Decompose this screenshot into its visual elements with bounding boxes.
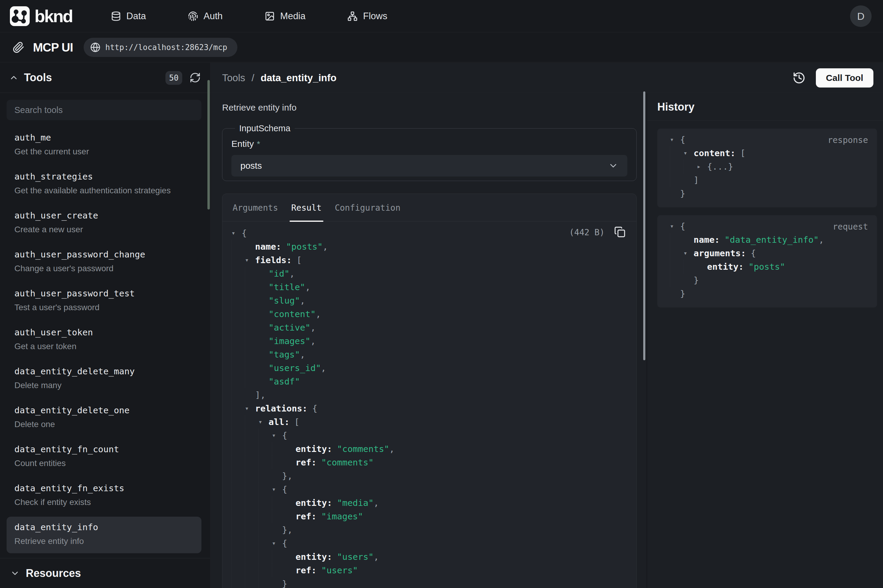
main-scrollbar[interactable] bbox=[643, 92, 645, 360]
nav-tabs: DataAuthMediaFlows bbox=[111, 11, 388, 22]
breadcrumb-tools-link[interactable]: Tools bbox=[222, 72, 245, 83]
top-nav: bknd DataAuthMediaFlows D bbox=[0, 0, 883, 32]
sidebar-item-data_entity_info[interactable]: data_entity_infoRetrieve entity info bbox=[7, 517, 201, 553]
user-avatar[interactable]: D bbox=[850, 5, 872, 27]
json-punctuation: { bbox=[282, 484, 287, 495]
json-line: ▾relations:{ bbox=[222, 402, 636, 415]
nav-tab-flows[interactable]: Flows bbox=[347, 11, 387, 22]
tool-description: Test a user's password bbox=[14, 303, 193, 312]
expand-open-marker[interactable]: ▾ bbox=[258, 418, 268, 426]
breadcrumb: Tools / data_entity_info bbox=[222, 72, 337, 84]
json-line: entity:"users", bbox=[222, 550, 636, 563]
json-line: ▾{ bbox=[222, 537, 636, 550]
json-comma: , bbox=[373, 498, 379, 508]
sidebar-item-data_entity_delete_one[interactable]: data_entity_delete_oneDelete one bbox=[7, 400, 201, 436]
json-key: name: bbox=[255, 242, 281, 252]
refresh-tools-button[interactable] bbox=[189, 72, 201, 83]
tool-description: Create a new user bbox=[14, 225, 193, 234]
tool-name: auth_user_token bbox=[14, 327, 193, 338]
json-key: relations: bbox=[255, 404, 307, 414]
brand-name: bknd bbox=[34, 6, 72, 26]
history-title: History bbox=[657, 101, 694, 113]
json-comma: , bbox=[300, 350, 305, 360]
sidebar-item-auth_user_token[interactable]: auth_user_tokenGet a user token bbox=[7, 322, 201, 358]
expand-open-marker[interactable]: ▾ bbox=[670, 222, 680, 230]
json-string-value: "active" bbox=[268, 322, 310, 333]
history-icon[interactable] bbox=[793, 71, 806, 84]
json-line: ▾{ bbox=[222, 483, 636, 496]
mcp-url: http://localhost:28623/mcp bbox=[105, 43, 227, 52]
sidebar-item-auth_user_password_change[interactable]: auth_user_password_changeChange a user's… bbox=[7, 244, 201, 280]
tab-configuration[interactable]: Configuration bbox=[335, 194, 400, 221]
sidebar-item-auth_user_password_test[interactable]: auth_user_password_testTest a user's pas… bbox=[7, 283, 201, 320]
resources-section-header[interactable]: Resources bbox=[0, 558, 210, 588]
expand-open-marker[interactable]: ▾ bbox=[670, 136, 680, 143]
json-string-value: "images" bbox=[321, 511, 363, 522]
nav-tab-label: Auth bbox=[204, 11, 223, 22]
json-string-value: "images" bbox=[268, 336, 310, 346]
history-entry-response[interactable]: response▾{▾content:[▸{...}]} bbox=[657, 129, 877, 207]
tool-detail-panel: Retrieve entity info InputSchema Entity*… bbox=[211, 93, 646, 588]
copy-icon[interactable] bbox=[614, 226, 625, 238]
json-string-value: "media" bbox=[337, 498, 373, 508]
entity-select[interactable]: posts bbox=[231, 155, 627, 177]
tool-description: Count entities bbox=[14, 459, 193, 468]
entity-field-label: Entity* bbox=[231, 139, 627, 149]
brand-logo[interactable]: bknd bbox=[10, 6, 72, 26]
search-tools-input[interactable] bbox=[7, 100, 201, 120]
sidebar-item-auth_user_create[interactable]: auth_user_createCreate a new user bbox=[7, 205, 201, 242]
json-string-value: "posts" bbox=[748, 262, 785, 272]
expand-open-marker[interactable]: ▾ bbox=[231, 229, 241, 237]
json-key: entity: bbox=[295, 498, 332, 508]
expand-open-marker[interactable]: ▾ bbox=[272, 540, 282, 547]
mcp-url-pill[interactable]: http://localhost:28623/mcp bbox=[84, 38, 237, 57]
sidebar-item-auth_me[interactable]: auth_meGet the current user bbox=[7, 127, 201, 164]
call-tool-button[interactable]: Call Tool bbox=[816, 68, 873, 87]
sidebar-item-auth_strategies[interactable]: auth_strategiesGet the available authent… bbox=[7, 166, 201, 202]
nav-tab-label: Data bbox=[126, 11, 146, 22]
json-comma: , bbox=[321, 363, 326, 373]
mcp-header-row: MCP UI http://localhost:28623/mcp bbox=[0, 33, 883, 62]
sidebar-item-data_entity_fn_count[interactable]: data_entity_fn_countCount entities bbox=[7, 439, 201, 476]
json-line: "slug", bbox=[222, 294, 636, 307]
sidebar-scrollbar[interactable] bbox=[207, 80, 210, 210]
tool-description: Get the available authentication strateg… bbox=[14, 186, 193, 195]
json-key: entity: bbox=[707, 262, 744, 272]
required-mark: * bbox=[257, 140, 260, 148]
sidebar-item-data_entity_fn_exists[interactable]: data_entity_fn_existsCheck if entity exi… bbox=[7, 478, 201, 514]
json-string-value: "comments" bbox=[337, 444, 389, 454]
chevron-up-icon[interactable] bbox=[9, 73, 19, 82]
resources-section-title: Resources bbox=[26, 567, 81, 580]
result-json-viewer: (442 B) ▾{name:"posts",▾fields:["id","ti… bbox=[222, 222, 636, 588]
history-entry-request[interactable]: request▾{name:"data_entity_info",▾argume… bbox=[657, 215, 877, 308]
json-key: ref: bbox=[295, 565, 316, 575]
tools-count-badge: 50 bbox=[165, 71, 182, 85]
nav-tab-media[interactable]: Media bbox=[265, 11, 306, 22]
json-key: content: bbox=[694, 148, 736, 158]
sidebar-item-data_entity_delete_many[interactable]: data_entity_delete_manyDelete many bbox=[7, 361, 201, 398]
json-line: }, bbox=[222, 523, 636, 537]
chevron-down-icon[interactable] bbox=[10, 568, 20, 578]
json-string-value: "content" bbox=[268, 309, 316, 319]
nav-tab-auth[interactable]: Auth bbox=[188, 11, 223, 22]
json-punctuation: } bbox=[694, 275, 699, 285]
expand-open-marker[interactable]: ▾ bbox=[245, 256, 255, 264]
expand-open-marker[interactable]: ▾ bbox=[272, 486, 282, 493]
expand-open-marker[interactable]: ▾ bbox=[684, 249, 694, 257]
json-key: ref: bbox=[295, 511, 316, 522]
expand-open-marker[interactable]: ▾ bbox=[245, 405, 255, 412]
expand-closed-marker[interactable]: ▸ bbox=[697, 163, 707, 170]
json-line: ] bbox=[661, 173, 872, 187]
result-box: ArgumentsResultConfiguration (442 B) ▾{n… bbox=[222, 194, 637, 588]
json-comma: , bbox=[287, 471, 292, 481]
tools-section-header[interactable]: Tools 50 bbox=[0, 63, 210, 93]
nav-tab-data[interactable]: Data bbox=[111, 11, 146, 22]
tab-result[interactable]: Result bbox=[291, 194, 322, 221]
json-punctuation: ] bbox=[694, 175, 699, 185]
json-key: fields: bbox=[255, 255, 292, 265]
expand-open-marker[interactable]: ▾ bbox=[684, 149, 694, 157]
expand-open-marker[interactable]: ▾ bbox=[272, 432, 282, 439]
history-entry-label: request bbox=[833, 222, 868, 232]
json-key: ref: bbox=[295, 458, 316, 468]
tab-arguments[interactable]: Arguments bbox=[232, 194, 278, 221]
